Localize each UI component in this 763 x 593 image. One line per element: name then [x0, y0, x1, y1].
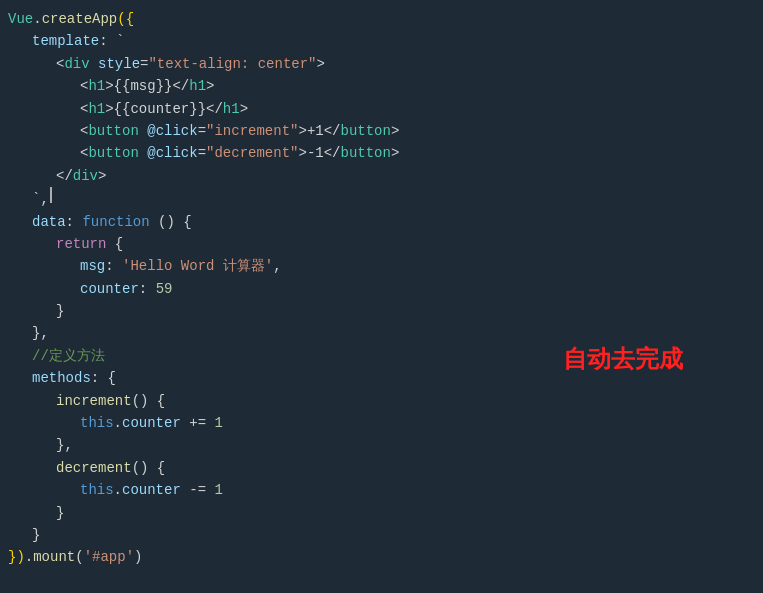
code-line: <div style="text-align: center"> [0, 53, 763, 75]
code-line: }, [0, 322, 763, 344]
code-line: this.counter -= 1 [0, 479, 763, 501]
code-line: `, [0, 187, 763, 210]
code-line: methods: { [0, 367, 763, 389]
code-line: }, [0, 434, 763, 456]
code-line: //定义方法 [0, 345, 763, 367]
code-line: this.counter += 1 [0, 412, 763, 434]
code-line: }).mount('#app') [0, 546, 763, 568]
code-line: </div> [0, 165, 763, 187]
code-line: counter: 59 [0, 278, 763, 300]
code-line: <h1>{{msg}}</h1> [0, 75, 763, 97]
code-line: msg: 'Hello Word 计算器', [0, 255, 763, 277]
code-line: <h1>{{counter}}</h1> [0, 98, 763, 120]
code-line: return { [0, 233, 763, 255]
code-line: <button @click="increment">+1</button> [0, 120, 763, 142]
code-line: Vue.createApp({ [0, 8, 763, 30]
code-line: data: function () { [0, 211, 763, 233]
code-line: template: ` [0, 30, 763, 52]
code-line: } [0, 502, 763, 524]
code-editor: Vue.createApp({ template: ` <div style="… [0, 0, 763, 593]
code-line: increment() { [0, 390, 763, 412]
code-line: } [0, 524, 763, 546]
code-line: <button @click="decrement">-1</button> [0, 142, 763, 164]
code-line: } [0, 300, 763, 322]
text-cursor [50, 187, 52, 203]
code-line: decrement() { [0, 457, 763, 479]
